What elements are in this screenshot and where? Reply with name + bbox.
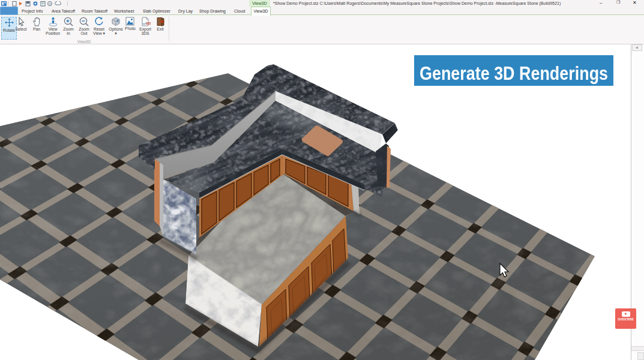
svg-text:3DS: 3DS: [146, 22, 151, 25]
